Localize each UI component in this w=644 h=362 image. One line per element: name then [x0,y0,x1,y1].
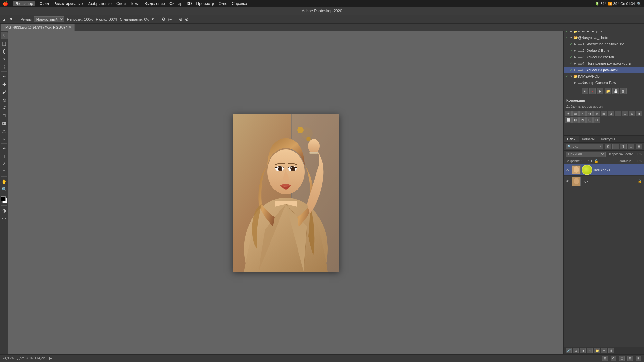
corr-invert-icon[interactable]: ◫ [586,117,593,123]
corr-photofilter-icon[interactable]: ⬡ [622,111,628,116]
filter-shape-btn[interactable]: □ [628,144,634,149]
pressure-value[interactable]: 100% [108,17,117,21]
corr-gradient-icon[interactable]: ▣ [636,111,642,116]
menubar-window[interactable]: Окно [218,1,227,6]
corr-colorbalance-icon[interactable]: ⊡ [608,111,614,116]
corr-hsl-icon[interactable]: ⊞ [601,111,607,116]
history-brush-tool[interactable]: ↺ [1,104,8,111]
lock-all-icon[interactable]: 🔒 [594,159,599,163]
arrange-btn[interactable]: ⊠ [636,356,641,361]
clone-tool[interactable]: ⎘ [1,96,8,103]
opacity-value[interactable]: 100% [634,153,642,156]
layers-tab-paths[interactable]: Контуры [598,136,618,142]
foreground-background-colors[interactable] [1,196,8,203]
filter-dropdown-icon[interactable]: ▼ [599,145,602,148]
path-select-tool[interactable]: ↗ [1,160,8,167]
gradient-tool[interactable]: ▦ [1,119,8,126]
ruler-btn[interactable]: ⊟ [627,356,633,361]
ops-item-5[interactable]: ✓ ▶ ▬ 5. Усиление резкости [564,67,644,73]
layers-tab-layers[interactable]: Слои [564,136,579,142]
move-tool[interactable]: ↖ [1,32,8,39]
ops-expand-2[interactable]: ▶ [574,49,578,52]
layers-link-btn[interactable]: 🔗 [566,348,572,353]
ops-expand-nasyro[interactable]: ▼ [570,36,573,39]
rotate-btn[interactable]: ↺ [611,356,616,361]
filter-pixel-btn[interactable]: ▩ [636,144,642,149]
ops-expand-1[interactable]: ▶ [574,42,578,46]
apple-menu[interactable]: 🍎 [3,1,8,6]
ops-item-4[interactable]: ✓ ▶ ▬ 4. Повышение контрастности [564,60,644,67]
quick-mask-tool[interactable]: ◑ [1,207,8,214]
status-arrow[interactable]: ▶ [49,357,52,360]
opacity-control[interactable]: Непрозрачность: 100% [608,153,642,156]
layers-adj-btn[interactable]: ◎ [587,348,593,353]
brush-tool[interactable]: 🖌 [1,88,8,96]
text-tool[interactable]: T [1,153,8,160]
document-tab[interactable]: IMG_6633.jpg @ 24,9% (Фон, RGB/8) * ✕ [1,24,75,31]
menubar-photoshop[interactable]: Photoshop [13,1,35,6]
layer-eye-bg[interactable]: 👁 [566,179,570,184]
lock-pixel-icon[interactable]: / [588,159,589,163]
screen-mode-tool[interactable]: ▭ [1,215,8,222]
menubar-help[interactable]: Справка [232,1,247,6]
menubar-view[interactable]: Просмотр [196,1,214,6]
filter-adj-btn[interactable]: ≈ [612,144,619,149]
settings-icon[interactable]: ⚙ [162,17,166,22]
blend-value[interactable]: 0% [144,17,149,21]
menubar-3d[interactable]: 3D [187,1,192,6]
layers-tab-channels[interactable]: Каналы [579,136,598,142]
filter-text-btn[interactable]: T [620,144,627,149]
grid-view-btn[interactable]: ⊞ [602,356,608,361]
ops-folder-btn[interactable]: 📁 [605,88,611,94]
clone-icon[interactable]: ⊕ [179,17,183,22]
lock-position-icon[interactable]: ⊹ [583,159,586,163]
hand-tool[interactable]: ✋ [1,178,8,185]
corr-selectivecolor-icon[interactable]: ⬜ [565,117,572,123]
layers-trash-btn[interactable]: 🗑 [608,348,614,353]
zoom-tool[interactable]: 🔍 [1,186,8,193]
shape-tool[interactable]: □ [1,168,8,175]
lasso-tool[interactable]: ʗ [1,48,8,55]
tab-close-button[interactable]: ✕ [69,25,71,29]
healing-icon[interactable]: ⊗ [185,17,189,22]
corr-brightness-icon[interactable]: ☀ [565,111,572,116]
opacity-value[interactable]: 100% [84,17,93,21]
ops-item-1[interactable]: ✓ ▶ ▬ 1. Частотное разложение [564,41,644,47]
dodge-tool[interactable]: ○ [1,135,8,142]
ops-trash-btn[interactable]: 🗑 [620,88,627,94]
menubar-select[interactable]: Выделение [144,1,165,6]
corr-levels-icon[interactable]: ▦ [572,111,579,116]
ops-expand-filter[interactable]: ▶ [574,81,578,84]
quick-select-tool[interactable]: ⚬ [1,55,8,62]
menubar-layers[interactable]: Слои [116,1,126,6]
brush-pressure-icon[interactable]: ◎ [168,17,172,22]
corr-vibrance-icon[interactable]: ◈ [593,111,600,116]
corr-channelmix-icon[interactable]: ⊠ [629,111,635,116]
spotlight-icon[interactable]: 🔍 [637,2,641,6]
layer-eye-copy[interactable]: 👁 [566,168,570,172]
layer-item-copy[interactable]: 👁 Фон копия [564,164,644,176]
lock-move-icon[interactable]: ✛ [590,159,593,163]
ops-expand-5[interactable]: ▶ [574,68,578,71]
corr-curves-icon[interactable]: ≈ [579,111,586,116]
corr-posterize-icon[interactable]: ◩ [579,117,586,123]
ops-item-3[interactable]: ✓ ▶ ▬ 3. Усиление светов [564,54,644,60]
foreground-color[interactable] [1,196,6,201]
layers-folder-btn[interactable]: 📁 [594,348,600,353]
ops-record-btn[interactable]: ● [589,88,596,94]
healing-tool[interactable]: ✚ [1,81,8,88]
ops-item-camera[interactable]: ✓ ▼ 📂 КАМЕРАРОВ [564,73,644,79]
layers-mask-btn[interactable]: ◑ [580,348,586,353]
corr-threshold-icon[interactable]: ◧ [572,117,579,123]
ops-expand-4[interactable]: ▶ [574,62,578,65]
blur-tool[interactable]: △ [1,127,8,134]
fill-value[interactable]: 100% [634,159,642,163]
blend-mode-select[interactable]: Обычная [566,152,606,157]
menubar-image[interactable]: Изображение [87,1,112,6]
layers-search-box[interactable]: 🔍 Вид ▼ [566,144,603,149]
ops-play-btn[interactable]: ▶ [597,88,603,94]
corr-bw-icon[interactable]: ◫ [615,111,621,116]
layers-new-btn[interactable]: + [601,348,607,353]
ops-item-filter[interactable]: ✓ ▶ ▬ Фильтр Camera Raw [564,79,644,86]
pen-tool[interactable]: ✒ [1,145,8,152]
